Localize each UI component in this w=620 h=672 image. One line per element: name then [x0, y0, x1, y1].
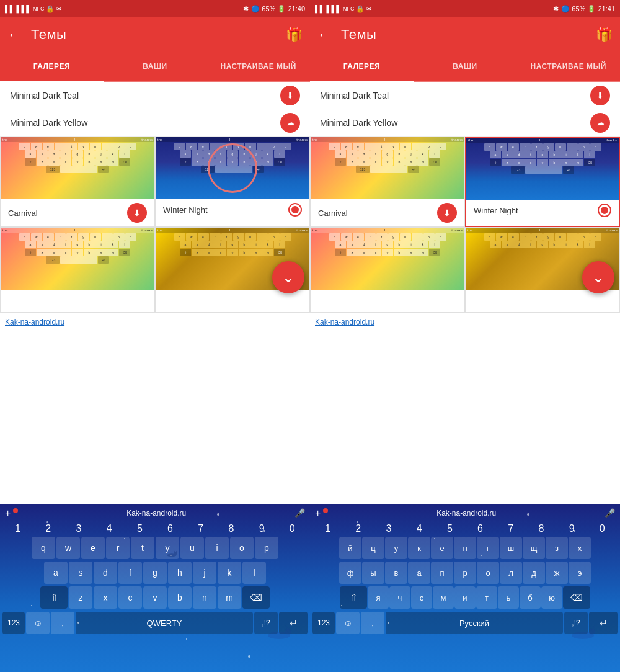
kb-1-right[interactable]: 1 [315, 523, 341, 534]
kb-q-left[interactable]: q [32, 537, 55, 559]
kb-ь-right[interactable]: ь [498, 586, 519, 609]
kb-shift-left[interactable]: ⇧ [40, 586, 68, 609]
kb-й-right[interactable]: й [339, 537, 361, 559]
kb-х-right[interactable]: х [569, 537, 591, 559]
tab-custom-left[interactable]: НАСТРАИВАЕ МЫЙ [206, 52, 310, 81]
kb-p-left[interactable]: p [255, 537, 278, 559]
download-yellow-right[interactable]: ☁ [590, 113, 610, 133]
kb-м-right[interactable]: м [433, 586, 454, 609]
kb-7-right[interactable]: 7 [498, 523, 524, 534]
kb-key-2-left[interactable]: 2 [35, 523, 61, 534]
kb-j-left[interactable]: j [193, 562, 216, 584]
download-teal-right[interactable]: ⬇ [590, 86, 610, 105]
download-overlay-golden-right[interactable]: ⌄ [582, 261, 614, 293]
kb-s-left[interactable]: s [69, 562, 92, 584]
kb-щ-right[interactable]: щ [523, 537, 545, 559]
gift-icon-left[interactable]: 🎁 [286, 27, 303, 43]
kb-г-right[interactable]: г [477, 537, 499, 559]
kb-key-7-left[interactable]: 7 [188, 523, 214, 534]
kb-b-left[interactable]: b [168, 586, 192, 609]
kb-н-right[interactable]: н [454, 537, 476, 559]
kb-f-left[interactable]: f [118, 562, 142, 584]
download-yellow-left[interactable]: ☁ [280, 113, 300, 133]
kb-comma-right[interactable]: , [361, 612, 384, 634]
kb-ы-right[interactable]: ы [362, 562, 384, 584]
kb-key-4-left[interactable]: 4 [96, 523, 122, 534]
kb-к-right[interactable]: к [408, 537, 430, 559]
kb-mic-left[interactable]: 🎤 [294, 508, 305, 518]
kb-ч-right[interactable]: ч [389, 586, 410, 609]
kb-у-right[interactable]: у [385, 537, 407, 559]
theme-card-carnival-right[interactable]: thelthanks q w e r t y u i o p [310, 137, 465, 227]
kb-k-left[interactable]: k [218, 562, 241, 584]
kb-key-6-left[interactable]: 6 [157, 523, 184, 534]
kb-e-left[interactable]: e [81, 537, 105, 559]
kb-a-left[interactable]: a [44, 562, 68, 584]
kb-g-left[interactable]: g [143, 562, 167, 584]
theme-card-golden-right[interactable]: thelthanks q w e r t y u i o p [465, 227, 620, 313]
kb-key-0-left[interactable]: 0 [279, 523, 305, 534]
download-overlay-golden-left[interactable]: ⌄ [272, 261, 304, 293]
kb-а-right[interactable]: а [408, 562, 430, 584]
kb-л-right[interactable]: л [500, 562, 522, 584]
tab-gallery-right[interactable]: ГАЛЕРЕЯ [310, 52, 414, 82]
kb-key-3-left[interactable]: 3 [66, 523, 92, 534]
kb-del-right[interactable]: ⌫ [563, 586, 590, 609]
kb-в-right[interactable]: в [385, 562, 407, 584]
kb-ф-right[interactable]: ф [339, 562, 361, 584]
kb-u-left[interactable]: u [180, 537, 204, 559]
kb-emoji-left[interactable]: ☺ [26, 612, 50, 634]
theme-card-carnival2-right[interactable]: thelthanks q w e r t y u i o p [310, 227, 465, 313]
theme-card-winter-left[interactable]: thelthanks q w e r t y u i o p [155, 137, 310, 227]
kb-del-left[interactable]: ⌫ [242, 586, 270, 609]
theme-card-carnival-left[interactable]: thelthanks q w e r t y u i o p [0, 137, 155, 227]
kb-mode-right[interactable]: 123 [312, 612, 335, 634]
kb-я-right[interactable]: я [368, 586, 389, 609]
download-teal-left[interactable]: ⬇ [280, 86, 300, 105]
kb-o-left[interactable]: o [230, 537, 254, 559]
kb-plus-left[interactable]: + [5, 508, 11, 519]
kb-key-5-left[interactable]: 5 [126, 523, 153, 534]
winter-radio-left[interactable] [288, 203, 302, 217]
kb-shift-right[interactable]: ⇧ [340, 586, 367, 609]
kb-9-right[interactable]: 9 [559, 523, 585, 534]
kb-n-left[interactable]: n [193, 586, 216, 609]
kb-з-right[interactable]: з [546, 537, 568, 559]
kb-ц-right[interactable]: ц [362, 537, 384, 559]
kb-п-right[interactable]: п [431, 562, 453, 584]
kb-mode-left[interactable]: 123 [2, 612, 25, 634]
winter-radio-right[interactable] [598, 204, 611, 217]
kb-2-right[interactable]: 2 [345, 523, 371, 534]
kb-d-left[interactable]: d [94, 562, 117, 584]
kb-key-1-left[interactable]: 1 [5, 523, 31, 534]
theme-card-winter-right[interactable]: thelthanks q w e r t y u i o p [465, 137, 620, 227]
kb-t-left[interactable]: t [131, 537, 154, 559]
download-carnival-left[interactable]: ⬇ [127, 203, 147, 223]
tab-custom-right[interactable]: НАСТРАИВАЕ МЫЙ [516, 52, 620, 81]
kb-4-right[interactable]: 4 [406, 523, 432, 534]
gift-icon-right[interactable]: 🎁 [596, 27, 613, 43]
kb-h-left[interactable]: h [168, 562, 192, 584]
kb-5-right[interactable]: 5 [436, 523, 463, 534]
kb-8-right[interactable]: 8 [528, 523, 554, 534]
kb-m-left[interactable]: m [218, 586, 241, 609]
kb-ж-right[interactable]: ж [546, 562, 568, 584]
kb-y-left[interactable]: y [156, 537, 179, 559]
kb-z-left[interactable]: z [69, 586, 92, 609]
kb-и-right[interactable]: и [454, 586, 476, 609]
tab-gallery-left[interactable]: ГАЛЕРЕЯ [0, 52, 104, 82]
kb-6-right[interactable]: 6 [467, 523, 494, 534]
kb-3-right[interactable]: 3 [376, 523, 402, 534]
kb-l-left[interactable]: l [242, 562, 266, 584]
kb-w-left[interactable]: w [56, 537, 80, 559]
kb-р-right[interactable]: р [454, 562, 476, 584]
kb-i-left[interactable]: i [205, 537, 229, 559]
kb-с-right[interactable]: с [411, 586, 432, 609]
kb-key-8-left[interactable]: 8 [218, 523, 244, 534]
kb-б-right[interactable]: б [520, 586, 541, 609]
kb-д-right[interactable]: д [523, 562, 545, 584]
ad-link-right[interactable]: Kak-na-android.ru [315, 318, 374, 326]
kb-key-9-left[interactable]: 9 [249, 523, 275, 534]
kb-space-right[interactable]: Русский [386, 612, 563, 634]
kb-comma-left[interactable]: , [51, 612, 74, 634]
